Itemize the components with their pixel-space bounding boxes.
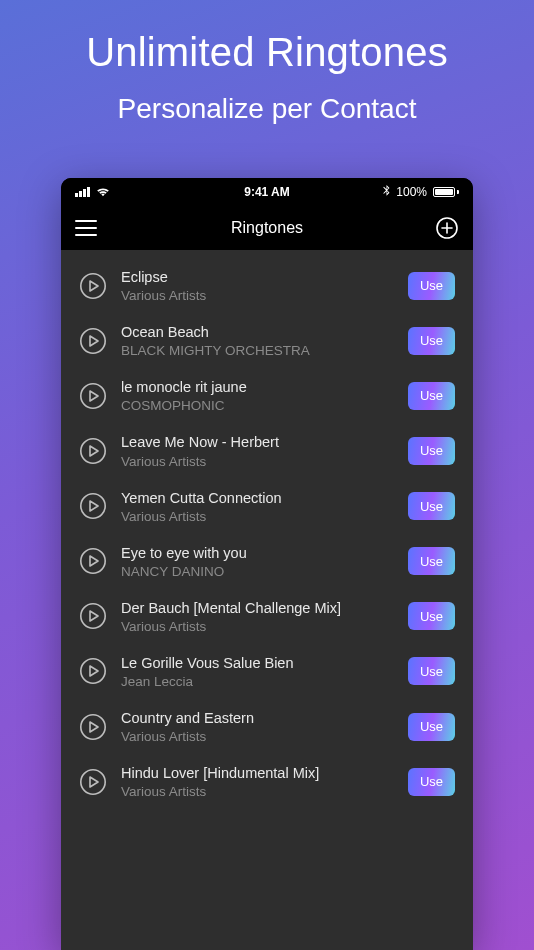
use-button[interactable]: Use [408, 437, 455, 465]
list-item: Le Gorille Vous Salue BienJean LecciaUse [61, 644, 473, 699]
device-frame: 9:41 AM 100% Ringtones [61, 178, 473, 950]
svg-point-6 [81, 439, 105, 463]
play-icon[interactable] [79, 657, 107, 685]
use-button[interactable]: Use [408, 547, 455, 575]
list-item-text: Hindu Lover [Hindumental Mix]Various Art… [121, 764, 394, 799]
list-item-text: Country and EasternVarious Artists [121, 709, 394, 744]
play-icon[interactable] [79, 492, 107, 520]
track-artist: Various Artists [121, 454, 394, 469]
wifi-icon [96, 187, 110, 197]
track-artist: Various Artists [121, 619, 394, 634]
play-icon[interactable] [79, 437, 107, 465]
list-item: Yemen Cutta ConnectionVarious ArtistsUse [61, 479, 473, 534]
track-title: Eye to eye with you [121, 544, 394, 562]
play-icon[interactable] [79, 272, 107, 300]
status-bar: 9:41 AM 100% [61, 178, 473, 206]
svg-point-4 [81, 328, 105, 352]
list-item: EclipseVarious ArtistsUse [61, 258, 473, 313]
list-item-text: Le Gorille Vous Salue BienJean Leccia [121, 654, 394, 689]
track-title: Ocean Beach [121, 323, 394, 341]
promo-subtitle: Personalize per Contact [0, 93, 534, 125]
svg-point-7 [81, 494, 105, 518]
page-title: Ringtones [231, 219, 303, 237]
nav-bar: Ringtones [61, 206, 473, 250]
svg-point-10 [81, 659, 105, 683]
list-item: Ocean BeachBLACK MIGHTY ORCHESTRAUse [61, 313, 473, 368]
use-button[interactable]: Use [408, 327, 455, 355]
list-item: Leave Me Now - HerbertVarious ArtistsUse [61, 423, 473, 478]
list-item: Country and EasternVarious ArtistsUse [61, 699, 473, 754]
track-title: Yemen Cutta Connection [121, 489, 394, 507]
svg-point-3 [81, 273, 105, 297]
promo-title: Unlimited Ringtones [0, 30, 534, 75]
play-icon[interactable] [79, 547, 107, 575]
list-item: Hindu Lover [Hindumental Mix]Various Art… [61, 754, 473, 809]
use-button[interactable]: Use [408, 382, 455, 410]
track-title: Country and Eastern [121, 709, 394, 727]
signal-icon [75, 187, 90, 197]
use-button[interactable]: Use [408, 713, 455, 741]
list-item-text: EclipseVarious Artists [121, 268, 394, 303]
track-title: Leave Me Now - Herbert [121, 433, 394, 451]
svg-point-12 [81, 769, 105, 793]
use-button[interactable]: Use [408, 602, 455, 630]
track-title: le monocle rit jaune [121, 378, 394, 396]
add-button[interactable] [435, 216, 459, 240]
track-artist: NANCY DANINO [121, 564, 394, 579]
list-item-text: Ocean BeachBLACK MIGHTY ORCHESTRA [121, 323, 394, 358]
use-button[interactable]: Use [408, 272, 455, 300]
use-button[interactable]: Use [408, 768, 455, 796]
play-icon[interactable] [79, 602, 107, 630]
track-artist: BLACK MIGHTY ORCHESTRA [121, 343, 394, 358]
battery-percent: 100% [396, 185, 427, 199]
play-icon[interactable] [79, 327, 107, 355]
track-artist: Various Artists [121, 729, 394, 744]
track-title: Le Gorille Vous Salue Bien [121, 654, 394, 672]
svg-point-9 [81, 604, 105, 628]
track-artist: Various Artists [121, 509, 394, 524]
menu-button[interactable] [75, 220, 97, 236]
use-button[interactable]: Use [408, 657, 455, 685]
list-item: Eye to eye with youNANCY DANINOUse [61, 534, 473, 589]
svg-point-8 [81, 549, 105, 573]
track-title: Eclipse [121, 268, 394, 286]
list-item: Der Bauch [Mental Challenge Mix]Various … [61, 589, 473, 644]
play-icon[interactable] [79, 768, 107, 796]
track-title: Der Bauch [Mental Challenge Mix] [121, 599, 394, 617]
track-artist: COSMOPHONIC [121, 398, 394, 413]
svg-point-11 [81, 714, 105, 738]
svg-point-5 [81, 384, 105, 408]
list-item-text: le monocle rit jauneCOSMOPHONIC [121, 378, 394, 413]
list-item-text: Leave Me Now - HerbertVarious Artists [121, 433, 394, 468]
status-time: 9:41 AM [244, 185, 290, 199]
list-item-text: Der Bauch [Mental Challenge Mix]Various … [121, 599, 394, 634]
play-icon[interactable] [79, 713, 107, 741]
bluetooth-icon [383, 185, 390, 200]
track-title: Hindu Lover [Hindumental Mix] [121, 764, 394, 782]
play-icon[interactable] [79, 382, 107, 410]
track-artist: Various Artists [121, 784, 394, 799]
list-item-text: Eye to eye with youNANCY DANINO [121, 544, 394, 579]
list-item-text: Yemen Cutta ConnectionVarious Artists [121, 489, 394, 524]
track-artist: Various Artists [121, 288, 394, 303]
list-item: le monocle rit jauneCOSMOPHONICUse [61, 368, 473, 423]
ringtone-list[interactable]: EclipseVarious ArtistsUse Ocean BeachBLA… [61, 250, 473, 950]
use-button[interactable]: Use [408, 492, 455, 520]
track-artist: Jean Leccia [121, 674, 394, 689]
battery-icon [433, 187, 459, 197]
